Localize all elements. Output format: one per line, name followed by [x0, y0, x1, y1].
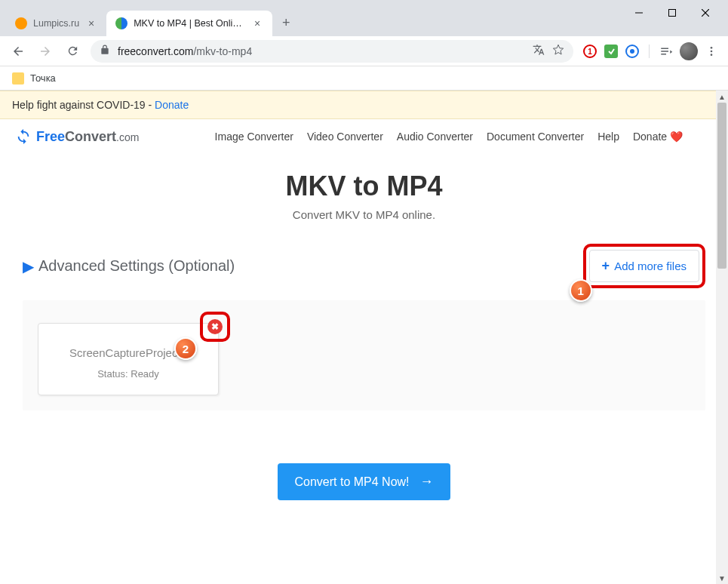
svg-point-11: [711, 54, 713, 56]
donate-link[interactable]: Donate: [155, 99, 189, 111]
extension-icon-2[interactable]: [604, 44, 619, 59]
reading-list-icon[interactable]: [659, 44, 674, 59]
svg-text:1: 1: [588, 48, 592, 56]
tab-lumpics[interactable]: Lumpics.ru ×: [6, 11, 106, 36]
tab-title: Lumpics.ru: [33, 18, 79, 29]
arrow-right-icon: →: [420, 474, 434, 490]
logo-free: Free: [36, 129, 65, 144]
file-panel: ✖ 2 ScreenCaptureProject.. Status: Ready: [23, 300, 705, 410]
avatar[interactable]: [680, 42, 698, 60]
favicon-lumpics: [15, 17, 27, 29]
advanced-settings-toggle[interactable]: ▶ Advanced Settings (Optional): [23, 257, 235, 275]
tab-title: MKV to MP4 | Best Online MKV t: [134, 18, 245, 29]
triangle-right-icon: ▶: [23, 257, 34, 275]
logo[interactable]: FreeConvert.com: [15, 128, 139, 145]
window-controls: [622, 0, 722, 24]
folder-icon: [12, 72, 24, 85]
covid-banner: Help fight against COVID-19 - Donate: [0, 91, 728, 119]
scrollbar-thumb[interactable]: [717, 103, 726, 269]
forward-button[interactable]: [33, 39, 57, 63]
nav-document-converter[interactable]: Document Converter: [487, 131, 584, 143]
annotation-badge-1: 1: [570, 279, 592, 302]
logo-convert: Convert: [65, 129, 116, 144]
favicon-freeconvert: [115, 17, 127, 29]
star-icon[interactable]: [552, 44, 564, 59]
close-icon[interactable]: ×: [251, 17, 263, 29]
svg-point-8: [630, 49, 634, 54]
extension-icons: 1: [579, 42, 722, 60]
minimize-button[interactable]: [622, 2, 656, 24]
extension-icon-3[interactable]: [625, 44, 640, 59]
maximize-button[interactable]: [656, 2, 689, 24]
convert-row: Convert to MP4 Now! →: [23, 463, 705, 500]
menu-icon[interactable]: [704, 44, 719, 59]
url-domain: freeconvert.com: [118, 45, 193, 57]
scroll-up-icon[interactable]: ▲: [716, 91, 728, 103]
nav-menu: Image Converter Video Converter Audio Co…: [215, 131, 683, 143]
site-header: FreeConvert.com Image Converter Video Co…: [0, 119, 728, 154]
url-bar[interactable]: freeconvert.com/mkv-to-mp4: [91, 40, 573, 63]
plus-icon: +: [602, 258, 610, 274]
nav-image-converter[interactable]: Image Converter: [215, 131, 293, 143]
logo-icon: [15, 128, 32, 145]
add-more-label: Add more files: [614, 260, 687, 272]
convert-button[interactable]: Convert to MP4 Now! →: [278, 463, 450, 500]
reload-button[interactable]: [60, 39, 84, 63]
file-status: Status: Ready: [51, 368, 206, 380]
nav-donate[interactable]: Donate ❤️: [633, 131, 683, 143]
nav-audio-converter[interactable]: Audio Converter: [397, 131, 473, 143]
add-more-wrap: + Add more files 1: [583, 244, 705, 288]
tabs-container: Lumpics.ru × MKV to MP4 | Best Online MK…: [6, 0, 622, 36]
close-window-button[interactable]: [689, 2, 722, 24]
scroll-down-icon[interactable]: ▼: [716, 572, 728, 584]
extension-icon-1[interactable]: 1: [582, 44, 597, 59]
browser-tab-strip: Lumpics.ru × MKV to MP4 | Best Online MK…: [0, 0, 728, 36]
url-path: /mkv-to-mp4: [193, 45, 252, 57]
url-text: freeconvert.com/mkv-to-mp4: [118, 45, 525, 57]
back-button[interactable]: [6, 39, 30, 63]
settings-row: ▶ Advanced Settings (Optional) + Add mor…: [23, 244, 705, 288]
main-content: MKV to MP4 Convert MKV to MP4 online. ▶ …: [0, 154, 728, 508]
page-title: MKV to MP4: [23, 171, 705, 202]
bookmarks-bar: Точка: [0, 66, 728, 91]
nav-help[interactable]: Help: [597, 131, 619, 143]
convert-label: Convert to MP4 Now!: [294, 475, 409, 489]
annotation-highlight-2: ✖: [200, 312, 230, 342]
new-tab-button[interactable]: +: [275, 12, 296, 33]
banner-text: Help fight against COVID-19 -: [12, 99, 155, 111]
remove-file-button[interactable]: ✖: [207, 319, 223, 334]
svg-rect-1: [669, 10, 676, 17]
bookmark-label[interactable]: Точка: [30, 72, 56, 84]
logo-com: .com: [116, 131, 139, 143]
translate-icon[interactable]: [533, 44, 545, 59]
lock-icon: [100, 45, 110, 58]
svg-point-10: [711, 50, 713, 52]
annotation-badge-2: 2: [174, 337, 197, 360]
divider: [649, 45, 650, 58]
address-bar: freeconvert.com/mkv-to-mp4 1: [0, 36, 728, 66]
page-content: Help fight against COVID-19 - Donate Fre…: [0, 91, 728, 584]
close-icon[interactable]: ×: [85, 17, 97, 29]
nav-video-converter[interactable]: Video Converter: [307, 131, 383, 143]
svg-point-9: [711, 47, 713, 49]
add-more-files-button[interactable]: + Add more files: [589, 250, 699, 282]
svg-rect-6: [604, 45, 618, 58]
advanced-settings-label: Advanced Settings (Optional): [38, 257, 235, 275]
file-card: ✖ 2 ScreenCaptureProject.. Status: Ready: [38, 323, 219, 395]
page-subtitle: Convert MKV to MP4 online.: [23, 208, 705, 221]
scrollbar[interactable]: ▲ ▼: [716, 91, 728, 584]
annotation-highlight-1: + Add more files: [583, 244, 705, 288]
tab-freeconvert[interactable]: MKV to MP4 | Best Online MKV t ×: [106, 11, 272, 36]
